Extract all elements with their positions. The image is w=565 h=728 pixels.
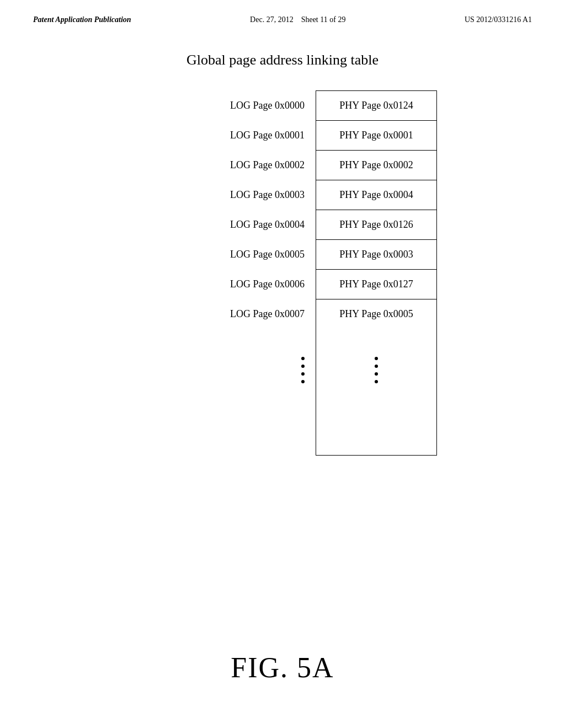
log-cell-1: LOG Page 0x0001 [128, 120, 316, 150]
log-cell-5: LOG Page 0x0005 [128, 239, 316, 269]
table-row: LOG Page 0x0003 PHY Page 0x0004 [128, 180, 437, 210]
phy-cell-4: PHY Page 0x0126 [316, 210, 437, 239]
phy-cell-7: PHY Page 0x0005 [316, 299, 437, 329]
right-dots [375, 357, 378, 383]
publication-label: Patent Application Publication [33, 15, 131, 24]
address-table: LOG Page 0x0000 PHY Page 0x0124 LOG Page… [128, 90, 437, 456]
table-row: LOG Page 0x0005 PHY Page 0x0003 [128, 239, 437, 269]
dot [301, 365, 305, 368]
phy-cell-1: PHY Page 0x0001 [316, 120, 437, 150]
log-cell-6: LOG Page 0x0006 [128, 269, 316, 299]
dot [375, 357, 378, 360]
phy-cell-6: PHY Page 0x0127 [316, 269, 437, 299]
log-cell-3: LOG Page 0x0003 [128, 180, 316, 210]
page-header: Patent Application Publication Dec. 27, … [0, 0, 565, 24]
phy-cell-2: PHY Page 0x0002 [316, 150, 437, 180]
main-content: Global page address linking table LOG Pa… [0, 24, 565, 456]
patent-number: US 2012/0331216 A1 [465, 15, 532, 24]
log-cell-4: LOG Page 0x0004 [128, 210, 316, 239]
phy-cell-3: PHY Page 0x0004 [316, 180, 437, 210]
bottom-right-cell [316, 411, 437, 456]
log-cell-7: LOG Page 0x0007 [128, 299, 316, 329]
table-row: LOG Page 0x0004 PHY Page 0x0126 [128, 210, 437, 239]
log-cell-0: LOG Page 0x0000 [128, 90, 316, 120]
bottom-left-empty [128, 411, 316, 456]
bottom-empty-row [128, 411, 437, 456]
table-row: LOG Page 0x0000 PHY Page 0x0124 [128, 90, 437, 120]
table-row: LOG Page 0x0002 PHY Page 0x0002 [128, 150, 437, 180]
dot [375, 380, 378, 383]
dot [375, 372, 378, 376]
left-dots [301, 357, 305, 383]
table-row: LOG Page 0x0006 PHY Page 0x0127 [128, 269, 437, 299]
table-row: LOG Page 0x0007 PHY Page 0x0005 [128, 299, 437, 329]
table-title: Global page address linking table [186, 52, 379, 68]
dot [301, 380, 305, 383]
ellipsis-section [128, 329, 437, 411]
date-label: Dec. 27, 2012 Sheet 11 of 29 [250, 15, 345, 24]
ellipsis-left [128, 329, 316, 411]
phy-cell-5: PHY Page 0x0003 [316, 239, 437, 269]
dot [375, 365, 378, 368]
sheet-label: Sheet 11 of 29 [301, 15, 346, 24]
figure-label: FIG. 5A [231, 651, 334, 684]
dot [301, 372, 305, 376]
dot [301, 357, 305, 360]
ellipsis-right [316, 329, 437, 411]
log-cell-2: LOG Page 0x0002 [128, 150, 316, 180]
table-row: LOG Page 0x0001 PHY Page 0x0001 [128, 120, 437, 150]
phy-cell-0: PHY Page 0x0124 [316, 90, 437, 120]
